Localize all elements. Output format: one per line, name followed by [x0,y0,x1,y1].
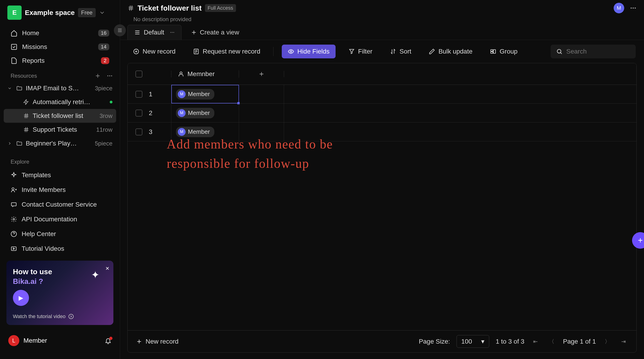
row-number: 2 [149,109,152,117]
hide-fields-button[interactable]: Hide Fields [282,44,336,58]
add-column-button[interactable] [239,71,284,77]
access-badge: Full Access [205,4,236,12]
column-label: Memnber [188,70,214,78]
play-button[interactable]: ▶ [13,290,29,306]
user-avatar[interactable]: L [8,335,19,346]
tab-label: Default [144,29,164,36]
svg-point-23 [180,72,182,74]
table-row[interactable]: 1 M Member [128,85,636,104]
select-all-checkbox[interactable] [136,70,142,77]
create-view-button[interactable]: Create a view [186,25,244,40]
svg-point-6 [13,219,15,220]
nav-templates[interactable]: Templates [4,168,116,182]
first-page-button[interactable]: ⇤ [531,338,540,345]
nav-help[interactable]: Help Center [4,227,116,241]
explore-header: Explore [4,156,116,168]
page-size-select[interactable]: 100 ▾ [456,335,490,348]
member-avatar-icon: M [178,90,186,98]
empty-cell[interactable] [239,104,284,122]
sparkle-icon [10,172,17,178]
explore-label: Tutorial Videos [22,245,64,252]
help-icon [10,231,17,237]
views-tabs: Default Create a view [120,25,644,40]
notifications-button[interactable] [105,337,112,344]
prev-page-button[interactable]: 〈 [546,338,556,345]
chevron-down-icon[interactable] [7,86,13,90]
sort-icon [390,48,396,55]
more-icon[interactable] [106,73,113,79]
tree-label: Ticket follower list [33,112,83,119]
home-icon [10,30,18,36]
tree-automation[interactable]: Automatically retriev… [4,95,116,109]
group-button[interactable]: Group [485,44,522,58]
grid-header: Memnber [128,63,636,85]
cell-member[interactable]: M Member [171,85,239,103]
nav-home[interactable]: Home 16 [4,26,116,40]
tree-ticket-followers[interactable]: Ticket follower list 3row [4,109,116,123]
more-icon[interactable] [170,30,175,35]
tree-label: IMAP Email to S… [26,85,79,92]
svg-point-11 [633,7,634,9]
svg-rect-21 [493,50,496,53]
row-checkbox[interactable] [136,110,142,116]
request-record-button[interactable]: Request new record [188,44,265,58]
promo-footer[interactable]: Watch the tutorial video [13,314,74,320]
close-icon[interactable]: × [106,265,109,272]
promo-card[interactable]: × How to use Bika.ai ? ✦ ▶ Watch the tut… [6,261,114,325]
column-header-member[interactable]: Memnber [171,70,239,78]
filter-button[interactable]: Filter [344,44,377,58]
table-row[interactable]: 2 M Member [128,104,636,122]
plus-icon[interactable] [94,73,101,79]
nav-invite[interactable]: Invite Members [4,182,116,197]
row-checkbox[interactable] [136,91,142,98]
svg-point-15 [173,32,174,33]
member-pill[interactable]: M Member [176,89,214,99]
tree-support-tickets[interactable]: Support Tickets 11row [4,123,116,136]
row-number: 3 [149,128,152,136]
empty-cell[interactable] [239,85,284,103]
divider [273,47,274,56]
explore-label: API Documentation [22,216,77,223]
resources-header: Resources [0,68,120,81]
count-badge: 16 [98,30,109,36]
check-square-icon [10,43,18,50]
workspace-switcher[interactable]: E Example space Free [0,0,120,25]
svg-point-3 [111,75,112,76]
last-page-button[interactable]: ⇥ [619,338,628,345]
member-pill[interactable]: M Member [176,108,214,118]
tree-folder-beginner[interactable]: Beginner's Play… 5piece [4,136,116,150]
bulk-update-button[interactable]: Bulk update [424,44,477,58]
chevron-right-icon[interactable] [7,141,13,146]
tree-folder-imap[interactable]: IMAP Email to S… 3piece [4,81,116,95]
header-checkbox-cell [128,70,171,77]
more-icon[interactable] [630,4,637,11]
search-input[interactable] [566,48,630,55]
row-checkbox[interactable] [136,128,142,135]
current-user-avatar[interactable]: M [614,3,624,13]
plus-icon [191,29,197,36]
sparkle-icon: ✦ [91,269,100,281]
main-content: Ticket follower list Full Access M No de… [120,0,644,359]
view-tab-default[interactable]: Default [128,25,182,40]
nav-api[interactable]: API Documentation [4,212,116,227]
footer-new-record-button[interactable]: New record [136,338,178,345]
create-view-label: Create a view [200,29,239,36]
cell-member[interactable]: M Member [171,104,239,122]
collapse-sidebar-button[interactable] [114,24,126,36]
nav-contact[interactable]: Contact Customer Service [4,197,116,212]
grid-footer: New record Page Size: 100 ▾ 1 to 3 of 3 … [128,330,636,352]
sort-button[interactable]: Sort [385,44,416,58]
nav-reports[interactable]: Reports 2 [4,54,116,67]
folder-icon [16,140,22,147]
file-icon [10,57,18,64]
svg-point-2 [109,75,110,76]
next-page-button[interactable]: 〉 [602,338,612,345]
nav-missions[interactable]: Missions 14 [4,40,116,54]
nav-tutorial[interactable]: Tutorial Videos [4,241,116,256]
page-subtitle: No description provided [120,16,644,25]
member-name: Member [188,90,210,98]
search-box[interactable] [550,44,636,58]
plan-badge: Free [78,8,96,17]
new-record-button[interactable]: New record [128,44,180,58]
member-name: Member [188,109,210,116]
